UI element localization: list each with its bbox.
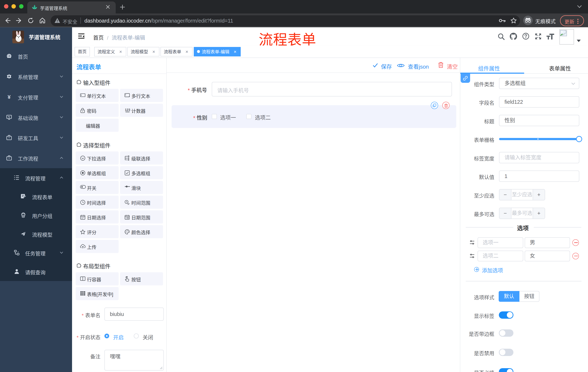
svg-text:123: 123 xyxy=(125,108,130,112)
svg-text:¥: ¥ xyxy=(8,94,11,100)
